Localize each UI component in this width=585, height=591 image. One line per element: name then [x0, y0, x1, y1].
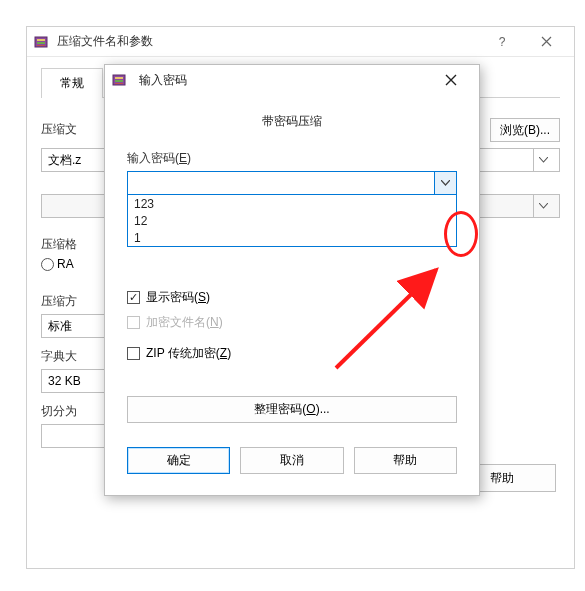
chevron-down-icon[interactable]	[533, 195, 553, 217]
password-dialog: 输入密码 带密码压缩 输入密码(E) 123 12 1 显示密	[104, 64, 480, 496]
list-item[interactable]: 12	[128, 212, 456, 229]
password-dialog-title: 输入密码	[139, 72, 187, 89]
format-rar-radio[interactable]: RA	[41, 257, 111, 271]
parent-title: 压缩文件名和参数	[57, 33, 153, 50]
enter-password-label: 输入密码(E)	[127, 150, 457, 167]
split-input[interactable]	[41, 424, 111, 448]
password-input[interactable]	[127, 171, 457, 195]
method-select[interactable]: 标准	[41, 314, 111, 338]
svg-rect-7	[115, 83, 123, 84]
list-item[interactable]: 123	[128, 195, 456, 212]
browse-button[interactable]: 浏览(B)...	[490, 118, 560, 142]
password-header: 带密码压缩	[105, 113, 479, 130]
checkbox-icon	[127, 291, 140, 304]
checkbox-icon	[127, 316, 140, 329]
password-dropdown-list: 123 12 1	[127, 195, 457, 247]
help-button[interactable]: 帮助	[354, 447, 457, 474]
list-item[interactable]: 1	[128, 229, 456, 246]
password-dropdown-button[interactable]	[434, 172, 456, 194]
password-combobox: 123 12 1	[127, 171, 457, 247]
encrypt-filenames-checkbox: 加密文件名(N)	[127, 314, 457, 331]
svg-rect-1	[37, 39, 45, 41]
close-button[interactable]	[429, 66, 473, 94]
ok-button[interactable]: 确定	[127, 447, 230, 474]
format-label: 压缩格	[41, 236, 111, 253]
parent-titlebar: 压缩文件名和参数 ?	[27, 27, 574, 57]
svg-rect-6	[115, 80, 123, 82]
show-password-checkbox[interactable]: 显示密码(S)	[127, 289, 457, 306]
organize-passwords-button[interactable]: 整理密码(O)...	[127, 396, 457, 423]
winrar-icon	[33, 34, 49, 50]
split-label: 切分为	[41, 403, 111, 420]
dict-select[interactable]: 32 KB	[41, 369, 111, 393]
method-label: 压缩方	[41, 293, 111, 310]
winrar-icon	[111, 72, 127, 88]
svg-rect-3	[37, 45, 45, 46]
password-titlebar: 输入密码	[105, 65, 479, 95]
help-button[interactable]: ?	[480, 28, 524, 56]
cancel-button[interactable]: 取消	[240, 447, 343, 474]
dict-label: 字典大	[41, 348, 111, 365]
profile-bar[interactable]	[41, 194, 111, 218]
password-button-row: 确定 取消 帮助	[127, 447, 457, 474]
checkbox-icon	[127, 347, 140, 360]
svg-rect-2	[37, 42, 45, 44]
svg-rect-5	[115, 77, 123, 79]
chevron-down-icon[interactable]	[533, 149, 553, 171]
tab-general[interactable]: 常规	[41, 68, 103, 98]
close-parent-button[interactable]	[524, 28, 568, 56]
zip-legacy-checkbox[interactable]: ZIP 传统加密(Z)	[127, 345, 457, 362]
